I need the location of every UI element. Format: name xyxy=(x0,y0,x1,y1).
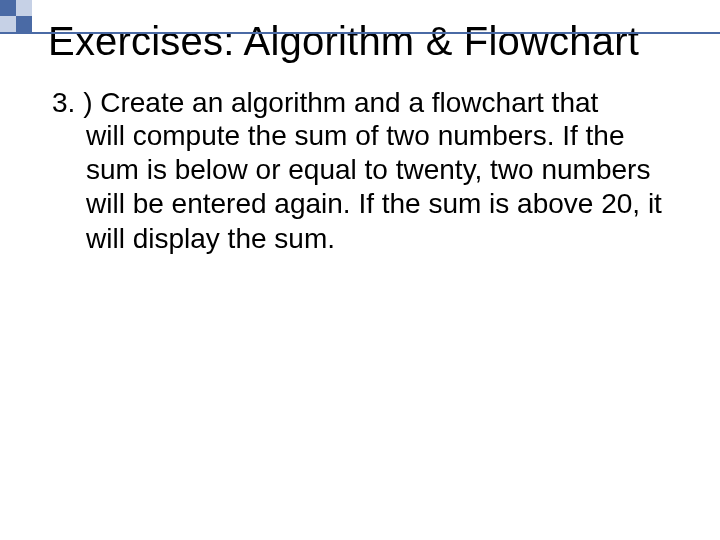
corner-square xyxy=(0,16,16,32)
item-number: 3. ) xyxy=(52,87,92,118)
slide-content: Exercises: Algorithm & Flowchart 3. ) Cr… xyxy=(0,0,720,256)
slide-title: Exercises: Algorithm & Flowchart xyxy=(48,18,680,64)
corner-square xyxy=(16,0,32,16)
corner-square xyxy=(0,0,16,16)
item-text-first-line: Create an algorithm and a flowchart that xyxy=(100,87,598,118)
header-rule xyxy=(0,32,720,34)
corner-square xyxy=(16,16,32,32)
exercise-item: 3. ) Create an algorithm and a flowchart… xyxy=(48,86,680,256)
item-text-rest: will compute the sum of two numbers. If … xyxy=(52,119,680,256)
corner-ornament xyxy=(0,0,32,32)
